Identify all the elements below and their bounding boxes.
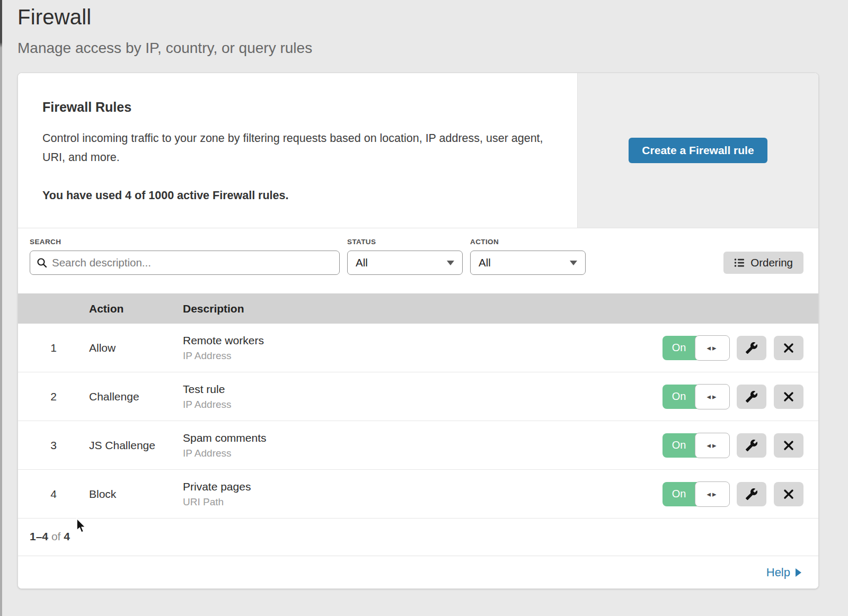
delete-rule-button[interactable] (774, 336, 803, 360)
rule-priority: 2 (18, 390, 89, 403)
left-right-arrows-icon[interactable]: ◂▸ (695, 481, 730, 507)
toggle-state-label: On (662, 385, 695, 409)
toggle-state-label: On (662, 433, 695, 458)
status-label: STATUS (347, 238, 463, 246)
rule-match-type: IP Address (183, 448, 643, 459)
rule-priority: 4 (18, 488, 89, 501)
rule-action: Allow (89, 342, 183, 354)
rule-priority: 1 (18, 342, 89, 354)
status-filter-group: STATUS All (347, 238, 463, 275)
help-link-label: Help (766, 566, 790, 579)
card-top-text: Firewall Rules Control incoming traffic … (18, 73, 577, 228)
status-select[interactable]: All (347, 251, 463, 275)
card-heading: Firewall Rules (42, 100, 552, 115)
rule-description-cell: Remote workers IP Address (183, 334, 643, 362)
filters-bar: SEARCH STATUS All ACTION All (18, 228, 818, 293)
help-row: Help (18, 556, 818, 588)
action-selected-value: All (479, 256, 491, 269)
firewall-rule-row: 1 Allow Remote workers IP Address On ◂▸ (18, 324, 818, 372)
rule-controls: On ◂▸ (643, 385, 818, 409)
rule-match-type: IP Address (183, 350, 643, 362)
rule-controls: On ◂▸ (643, 336, 818, 360)
table-header: Action Description (18, 293, 818, 324)
rule-match-type: URI Path (183, 496, 643, 508)
search-filter-group: SEARCH (30, 238, 340, 275)
action-column-header: Action (89, 302, 183, 315)
ordering-button[interactable]: Ordering (723, 252, 803, 274)
left-right-arrows-icon[interactable]: ◂▸ (695, 384, 730, 409)
description-column-header: Description (183, 302, 643, 315)
card-description: Control incoming traffic to your zone by… (42, 129, 552, 167)
toggle-state-label: On (662, 336, 695, 360)
search-label: SEARCH (30, 238, 340, 246)
pagination-count: 1–4 of 4 (18, 519, 818, 556)
of-text: of (51, 530, 61, 542)
action-select[interactable]: All (470, 251, 586, 275)
action-label: ACTION (470, 238, 586, 246)
search-box[interactable] (30, 251, 340, 275)
rule-description-cell: Spam comments IP Address (183, 432, 643, 459)
x-icon (783, 391, 794, 402)
rule-description: Private pages (183, 480, 643, 493)
delete-rule-button[interactable] (774, 433, 803, 458)
page-title: Firewall (17, 5, 848, 29)
rule-description-cell: Private pages URI Path (183, 480, 643, 508)
edit-rule-button[interactable] (737, 482, 766, 506)
ordered-list-icon (734, 257, 745, 268)
edit-rule-button[interactable] (737, 336, 766, 360)
rule-match-type: IP Address (183, 399, 643, 410)
rules-usage-text: You have used 4 of 1000 active Firewall … (42, 189, 552, 202)
edit-rule-button[interactable] (737, 433, 766, 458)
x-icon (783, 343, 794, 353)
card-top-action-panel: Create a Firewall rule (577, 73, 818, 228)
edit-rule-button[interactable] (737, 385, 766, 409)
search-input[interactable] (52, 256, 333, 269)
card-top-section: Firewall Rules Control incoming traffic … (18, 73, 818, 228)
left-right-arrows-icon[interactable]: ◂▸ (695, 433, 730, 458)
rule-controls: On ◂▸ (643, 482, 818, 506)
ordering-button-label: Ordering (750, 256, 793, 269)
create-firewall-rule-button[interactable]: Create a Firewall rule (629, 138, 767, 163)
rule-action: Block (89, 488, 183, 501)
rule-description: Remote workers (183, 334, 643, 347)
status-selected-value: All (356, 256, 368, 269)
rule-description: Test rule (183, 383, 643, 396)
range-text: 1–4 (30, 530, 48, 542)
rule-description: Spam comments (183, 432, 643, 444)
wrench-icon (745, 488, 758, 501)
wrench-icon (745, 342, 758, 354)
rule-enabled-toggle[interactable]: On ◂▸ (662, 433, 729, 458)
action-filter-group: ACTION All (470, 238, 586, 275)
x-icon (783, 440, 794, 451)
toggle-state-label: On (662, 482, 695, 506)
firewall-rule-row: 4 Block Private pages URI Path On ◂▸ (18, 470, 818, 519)
rule-controls: On ◂▸ (643, 433, 818, 458)
rule-enabled-toggle[interactable]: On ◂▸ (662, 385, 729, 409)
page-header: Firewall Manage access by IP, country, o… (0, 0, 848, 57)
table-body: 1 Allow Remote workers IP Address On ◂▸ (18, 324, 818, 519)
wrench-icon (745, 439, 758, 452)
rule-action: Challenge (89, 390, 183, 403)
firewall-rules-card: Firewall Rules Control incoming traffic … (17, 73, 819, 589)
rule-description-cell: Test rule IP Address (183, 383, 643, 410)
delete-rule-button[interactable] (774, 385, 803, 409)
total-text: 4 (64, 530, 70, 542)
left-right-arrows-icon[interactable]: ◂▸ (695, 335, 730, 361)
x-icon (783, 489, 794, 499)
wrench-icon (745, 390, 758, 403)
chevron-down-icon (570, 261, 577, 265)
rule-priority: 3 (18, 439, 89, 452)
rule-enabled-toggle[interactable]: On ◂▸ (662, 336, 729, 360)
chevron-down-icon (447, 261, 454, 265)
help-link[interactable]: Help (766, 566, 801, 579)
rule-action: JS Challenge (89, 439, 183, 452)
right-triangle-icon (796, 568, 801, 577)
firewall-rule-row: 2 Challenge Test rule IP Address On ◂▸ (18, 372, 818, 421)
delete-rule-button[interactable] (774, 482, 803, 506)
firewall-rule-row: 3 JS Challenge Spam comments IP Address … (18, 421, 818, 470)
magnifier-icon (37, 257, 47, 268)
page-subtitle: Manage access by IP, country, or query r… (17, 40, 848, 57)
rule-enabled-toggle[interactable]: On ◂▸ (662, 482, 729, 506)
